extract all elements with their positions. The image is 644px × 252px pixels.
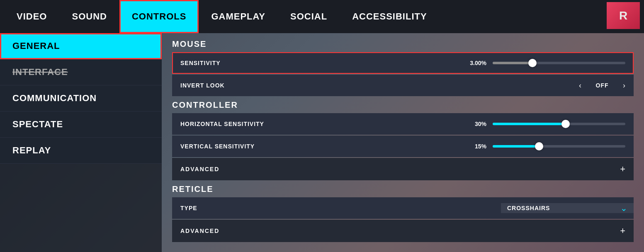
vertical-sensitivity-slider[interactable] (493, 145, 625, 148)
horizontal-sensitivity-track (493, 123, 625, 125)
controller-section-header: CONTROLLER (172, 100, 634, 110)
vertical-sensitivity-track (493, 145, 625, 148)
sidebar-item-communication[interactable]: COMMUNICATION (0, 85, 162, 111)
sensitivity-label: SENSITIVITY (180, 60, 466, 66)
invert-look-row[interactable]: INVERT LOOK ‹ OFF › (172, 75, 634, 96)
sidebar-item-interface[interactable]: INTERFACE (0, 59, 162, 85)
controller-advanced-label: ADVANCED (180, 166, 620, 172)
vertical-sensitivity-fill (493, 145, 539, 148)
tab-accessibility[interactable]: ACCESSIBILITY (340, 0, 439, 33)
sensitivity-slider[interactable] (493, 62, 625, 64)
horizontal-sensitivity-slider[interactable] (493, 123, 625, 125)
reticle-type-row[interactable]: TYPE CROSSHAIRS ⌄ (172, 197, 634, 219)
logo: R (607, 2, 640, 29)
invert-look-toggle[interactable]: ‹ OFF › (579, 81, 625, 90)
sensitivity-fill (493, 62, 532, 64)
reticle-advanced-row[interactable]: ADVANCED + (172, 220, 634, 242)
sensitivity-track (493, 62, 625, 64)
horizontal-sensitivity-fill (493, 123, 566, 125)
logo-text: R (619, 9, 627, 22)
vertical-sensitivity-label: VERTICAL SENSITIVITY (180, 143, 466, 150)
reticle-type-dropdown[interactable]: CROSSHAIRS ⌄ (501, 203, 634, 213)
tab-video[interactable]: VIDEO (4, 0, 59, 33)
sidebar-item-replay[interactable]: REPLAY (0, 138, 162, 164)
vertical-sensitivity-value: 15% (466, 143, 486, 150)
invert-look-left-arrow[interactable]: ‹ (579, 81, 581, 90)
controller-advanced-expand-icon[interactable]: + (620, 164, 625, 174)
dropdown-chevron-icon[interactable]: ⌄ (620, 203, 627, 213)
vertical-sensitivity-row[interactable]: VERTICAL SENSITIVITY 15% (172, 136, 634, 157)
horizontal-sensitivity-value: 30% (466, 121, 486, 127)
reticle-advanced-expand-icon[interactable]: + (620, 225, 625, 236)
reticle-section-header: RETICLE (172, 184, 634, 194)
sensitivity-thumb[interactable] (528, 59, 537, 67)
sidebar-item-spectate[interactable]: SPECTATE (0, 111, 162, 138)
horizontal-sensitivity-label: HORIZONTAL SENSITIVITY (180, 121, 466, 127)
reticle-type-value: CROSSHAIRS (507, 205, 616, 211)
tab-social[interactable]: SOCIAL (278, 0, 340, 33)
main-content: GENERAL INTERFACE COMMUNICATION SPECTATE… (0, 33, 644, 252)
tab-sound[interactable]: SOUND (59, 0, 119, 33)
tab-controls[interactable]: CONTROLS (119, 0, 199, 33)
horizontal-sensitivity-thumb[interactable] (561, 120, 570, 128)
invert-look-label: INVERT LOOK (180, 82, 579, 89)
sensitivity-row[interactable]: SENSITIVITY 3.00% (172, 52, 634, 74)
right-content: MOUSE SENSITIVITY 3.00% INVERT LOOK ‹ OF… (162, 33, 644, 252)
vertical-sensitivity-thumb[interactable] (535, 142, 543, 150)
sensitivity-value: 3.00% (466, 60, 486, 66)
mouse-section-header: MOUSE (172, 39, 634, 49)
invert-look-right-arrow[interactable]: › (623, 81, 625, 90)
controller-advanced-row[interactable]: ADVANCED + (172, 158, 634, 180)
tab-gameplay[interactable]: GAMEPLAY (199, 0, 278, 33)
reticle-type-label: TYPE (180, 205, 501, 211)
horizontal-sensitivity-row[interactable]: HORIZONTAL SENSITIVITY 30% (172, 113, 634, 135)
invert-look-value: OFF (590, 82, 615, 89)
sidebar: GENERAL INTERFACE COMMUNICATION SPECTATE… (0, 33, 162, 252)
top-navigation: VIDEO SOUND CONTROLS GAMEPLAY SOCIAL ACC… (0, 0, 644, 33)
reticle-advanced-label: ADVANCED (180, 228, 620, 234)
sidebar-item-general[interactable]: GENERAL (0, 33, 162, 59)
